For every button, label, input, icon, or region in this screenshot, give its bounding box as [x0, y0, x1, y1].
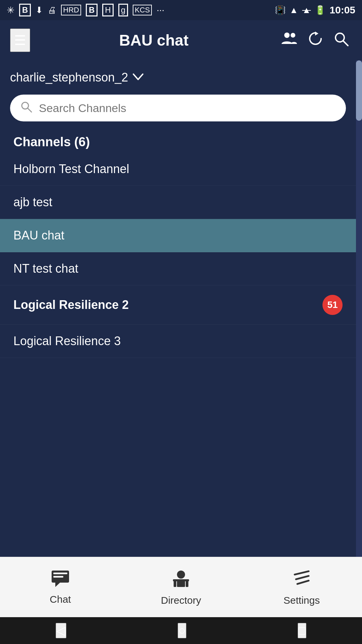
- hrd-icon: HRD: [61, 5, 81, 15]
- svg-line-17: [296, 576, 309, 579]
- svg-line-18: [297, 581, 309, 584]
- status-bar-time: 10:05: [329, 4, 355, 16]
- bold2-icon: B: [86, 4, 98, 16]
- bottom-nav: Chat Directory: [0, 557, 362, 617]
- app-icon: g: [118, 4, 128, 16]
- channel-name: NT test chat: [13, 262, 78, 276]
- svg-rect-9: [53, 576, 63, 578]
- people-button[interactable]: [278, 28, 301, 53]
- nav-actions: [278, 28, 352, 53]
- recents-button[interactable]: □: [298, 623, 306, 638]
- menu-button[interactable]: ☰: [10, 29, 30, 52]
- kcs-icon: KCS: [133, 5, 152, 15]
- slack-icon: ✳: [7, 5, 14, 16]
- search-button[interactable]: [330, 28, 352, 53]
- username: charlie_stephenson_2: [10, 70, 128, 85]
- chevron-down-icon: [132, 72, 144, 83]
- content-area: charlie_stephenson_2: [0, 60, 356, 584]
- refresh-button[interactable]: [304, 28, 326, 53]
- vibrate-icon: 📳: [275, 5, 286, 15]
- channel-item[interactable]: ajb test: [0, 186, 356, 219]
- wifi-icon: ▲: [290, 5, 298, 15]
- home-button[interactable]: ○: [178, 623, 186, 638]
- signal-off-icon: ▲: [302, 5, 311, 15]
- status-bar-left-icons: ✳ B ⬇ 🖨 HRD B H g KCS ···: [7, 4, 165, 16]
- tab-settings[interactable]: Settings: [241, 557, 362, 617]
- settings-tab-icon: [292, 569, 311, 592]
- svg-line-4: [343, 41, 348, 46]
- svg-point-0: [284, 33, 290, 38]
- scrollbar[interactable]: [356, 60, 362, 584]
- channels-header: Channels (6): [0, 128, 356, 153]
- search-input[interactable]: [39, 102, 336, 115]
- more-icon: ···: [157, 5, 164, 15]
- download-icon: ⬇: [36, 5, 43, 15]
- channel-item[interactable]: NT test chat: [0, 252, 356, 285]
- channel-item[interactable]: Holborn Test Channel: [0, 153, 356, 186]
- settings-tab-label: Settings: [284, 595, 320, 606]
- print-icon: 🖨: [48, 5, 56, 15]
- directory-tab-icon: [172, 569, 190, 592]
- svg-rect-15: [173, 579, 189, 581]
- svg-marker-10: [55, 583, 60, 587]
- channel-item[interactable]: Logical Resilience 251: [0, 285, 356, 325]
- svg-marker-2: [315, 32, 318, 36]
- channel-name: BAU chat: [13, 228, 64, 243]
- search-inner-icon: [20, 101, 32, 116]
- page-title: BAU chat: [40, 31, 267, 49]
- user-dropdown[interactable]: charlie_stephenson_2: [0, 60, 356, 91]
- channel-item[interactable]: Logical Resilience 3: [0, 325, 356, 358]
- scrollbar-thumb[interactable]: [356, 60, 362, 121]
- svg-rect-8: [53, 573, 67, 574]
- svg-point-11: [177, 571, 185, 579]
- directory-tab-label: Directory: [161, 595, 201, 606]
- h-icon: H: [102, 4, 113, 16]
- search-box: [10, 95, 346, 121]
- channel-name: Holborn Test Channel: [13, 162, 129, 176]
- channel-name: Logical Resilience 2: [13, 298, 129, 312]
- svg-line-6: [28, 108, 32, 112]
- search-container: [10, 95, 346, 121]
- tab-directory[interactable]: Directory: [121, 557, 241, 617]
- back-button[interactable]: ◁: [56, 623, 66, 638]
- status-bar: ✳ B ⬇ 🖨 HRD B H g KCS ··· 📳 ▲ ▲ 🔋 10:05: [0, 0, 362, 20]
- channels-list: Holborn Test Channelajb testBAU chatNT t…: [0, 153, 356, 358]
- svg-line-16: [295, 571, 309, 575]
- tab-chat[interactable]: Chat: [0, 557, 121, 617]
- channel-name: Logical Resilience 3: [13, 334, 121, 348]
- channel-item[interactable]: BAU chat: [0, 219, 356, 252]
- chat-tab-label: Chat: [50, 594, 71, 605]
- nav-bar: ☰ BAU chat: [0, 20, 362, 60]
- chat-tab-icon: [51, 570, 70, 591]
- bold-icon: B: [19, 4, 31, 16]
- channel-name: ajb test: [13, 195, 52, 209]
- unread-badge: 51: [322, 295, 343, 315]
- svg-point-1: [291, 33, 295, 38]
- battery-icon: 🔋: [315, 5, 325, 15]
- status-bar-right-icons: 📳 ▲ ▲ 🔋 10:05: [275, 4, 355, 16]
- android-nav-bar: ◁ ○ □: [0, 617, 362, 644]
